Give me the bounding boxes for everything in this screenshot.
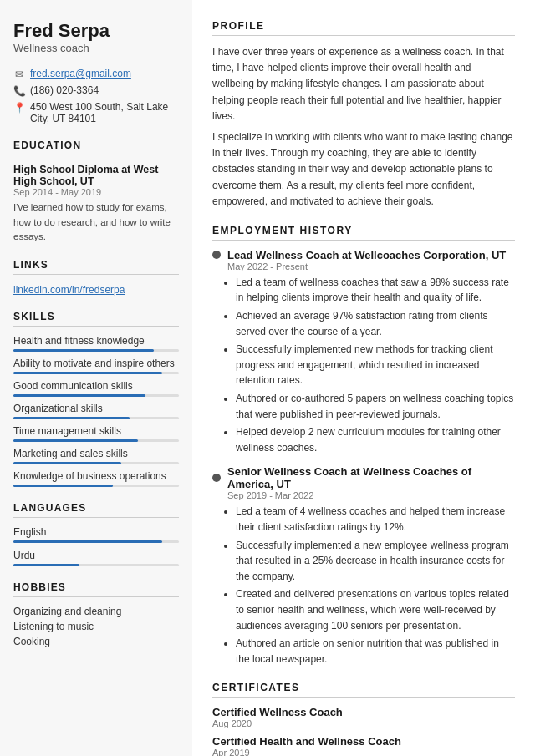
address-text: 450 West 100 South, Salt Lake City, UT 8… <box>30 101 179 124</box>
hobby-item: Listening to music <box>13 621 179 632</box>
job-title: Lead Wellness Coach at Wellcoaches Corpo… <box>212 249 515 261</box>
job-bullet: Achieved an average 97% satisfaction rat… <box>236 308 515 339</box>
job-bullets: Led a team of 4 wellness coaches and hel… <box>236 504 515 667</box>
candidate-name: Fred Serpa <box>13 20 179 42</box>
hobbies-list: Organizing and cleaningListening to musi… <box>13 606 179 647</box>
cert-date: Aug 2020 <box>212 718 515 728</box>
job-bullets: Led a team of wellness coaches that saw … <box>236 275 515 456</box>
skills-section-label: SKILLS <box>13 311 179 327</box>
cert-date: Apr 2019 <box>212 748 515 756</box>
skill-bar-bg <box>13 485 179 487</box>
job-date: May 2022 - Present <box>227 261 515 271</box>
job-bullet: Led a team of wellness coaches that saw … <box>236 275 515 306</box>
language-bar-fill <box>13 564 79 566</box>
skill-bar-fill <box>13 417 130 419</box>
language-item: Urdu <box>13 550 179 566</box>
job-bullet: Led a team of 4 wellness coaches and hel… <box>236 504 515 535</box>
skill-item: Ability to motivate and inspire others <box>13 358 179 374</box>
job-dot <box>212 474 221 482</box>
job-entry: Lead Wellness Coach at Wellcoaches Corpo… <box>212 249 515 456</box>
skill-label: Good communication skills <box>13 380 179 392</box>
skill-item: Time management skills <box>13 425 179 442</box>
skill-bar-fill <box>13 394 145 397</box>
language-item: English <box>13 526 179 543</box>
skills-list: Health and fitness knowledge Ability to … <box>13 335 179 487</box>
skill-bar-fill <box>13 372 162 374</box>
job-bullet: Authored an article on senior nutrition … <box>236 636 515 667</box>
address-contact: 📍 450 West 100 South, Salt Lake City, UT… <box>13 101 179 124</box>
edu-date: Sep 2014 - May 2019 <box>13 187 179 197</box>
phone-contact: 📞 (186) 020-3364 <box>13 84 179 97</box>
skill-item: Good communication skills <box>13 380 179 397</box>
job-bullet: Created and delivered presentations on v… <box>236 586 515 633</box>
job-date: Sep 2019 - Mar 2022 <box>227 490 515 500</box>
skill-item: Organizational skills <box>13 403 179 419</box>
skill-label: Knowledge of business operations <box>13 470 179 482</box>
skill-bar-bg <box>13 349 179 352</box>
skill-bar-bg <box>13 462 179 464</box>
language-label: Urdu <box>13 550 179 561</box>
language-label: English <box>13 526 179 538</box>
employment-list: Lead Wellness Coach at Wellcoaches Corpo… <box>212 249 515 667</box>
email-link[interactable]: fred.serpa@gmail.com <box>30 68 131 79</box>
skill-label: Time management skills <box>13 425 179 437</box>
skill-bar-fill <box>13 349 154 352</box>
candidate-title: Wellness coach <box>13 42 179 54</box>
skill-label: Organizational skills <box>13 403 179 414</box>
job-bullet: Successfully implemented new methods for… <box>236 342 515 388</box>
skill-bar-fill <box>13 462 121 464</box>
language-bar-bg <box>13 540 179 543</box>
skill-bar-bg <box>13 372 179 374</box>
certificates-list: Certified Wellness Coach Aug 2020 Certif… <box>212 706 515 756</box>
job-title-text: Lead Wellness Coach at Wellcoaches Corpo… <box>227 249 506 261</box>
skill-bar-fill <box>13 485 113 487</box>
email-contact: ✉ fred.serpa@gmail.com <box>13 68 179 80</box>
skill-bar-bg <box>13 417 179 419</box>
job-dot <box>212 251 221 259</box>
skill-bar-fill <box>13 439 138 442</box>
language-bar-fill <box>13 540 162 543</box>
skill-bar-bg <box>13 439 179 442</box>
languages-section-label: LANGUAGES <box>13 502 179 518</box>
skill-label: Health and fitness knowledge <box>13 335 179 347</box>
job-title: Senior Wellness Coach at Wellness Coache… <box>212 465 515 490</box>
cert-title: Certified Health and Wellness Coach <box>212 735 515 748</box>
profile-section-label: PROFILE <box>212 20 515 36</box>
job-bullet: Helped develop 2 new curriculum modules … <box>236 424 515 455</box>
email-icon: ✉ <box>13 68 24 80</box>
profile-text-block: I have over three years of experience as… <box>212 44 515 210</box>
certificates-section-label: CERTIFICATES <box>212 682 515 698</box>
phone-icon: 📞 <box>13 85 24 97</box>
edu-degree: High School Diploma at West High School,… <box>13 164 179 187</box>
contact-block: ✉ fred.serpa@gmail.com 📞 (186) 020-3364 … <box>13 68 179 124</box>
location-icon: 📍 <box>13 102 24 114</box>
skill-label: Marketing and sales skills <box>13 448 179 459</box>
skill-item: Knowledge of business operations <box>13 470 179 487</box>
job-title-text: Senior Wellness Coach at Wellness Coache… <box>227 465 515 490</box>
job-entry: Senior Wellness Coach at Wellness Coache… <box>212 465 515 667</box>
linkedin-link[interactable]: linkedin.com/in/fredserpa <box>13 284 125 296</box>
hobbies-section-label: HOBBIES <box>13 581 179 597</box>
languages-list: English Urdu <box>13 526 179 566</box>
linkedin-link-item: linkedin.com/in/fredserpa <box>13 283 179 296</box>
skill-label: Ability to motivate and inspire others <box>13 358 179 369</box>
certificate-item: Certified Health and Wellness Coach Apr … <box>212 735 515 756</box>
profile-paragraph: I specialize in working with clients who… <box>212 129 515 210</box>
job-bullet: Authored or co-authored 5 papers on well… <box>236 391 515 422</box>
job-bullet: Successfully implemented a new employee … <box>236 538 515 585</box>
certificate-item: Certified Wellness Coach Aug 2020 <box>212 706 515 728</box>
education-section-label: EDUCATION <box>13 140 179 155</box>
cert-title: Certified Wellness Coach <box>212 706 515 718</box>
language-bar-bg <box>13 564 179 566</box>
employment-section-label: EMPLOYMENT HISTORY <box>212 225 515 241</box>
skill-item: Marketing and sales skills <box>13 448 179 464</box>
phone-number: (186) 020-3364 <box>30 84 99 96</box>
hobby-item: Cooking <box>13 636 179 647</box>
hobby-item: Organizing and cleaning <box>13 606 179 617</box>
skill-item: Health and fitness knowledge <box>13 335 179 352</box>
profile-paragraph: I have over three years of experience as… <box>212 44 515 124</box>
links-section-label: LINKS <box>13 259 179 275</box>
skill-bar-bg <box>13 394 179 397</box>
edu-description: I've learned how to study for exams, how… <box>13 200 179 244</box>
